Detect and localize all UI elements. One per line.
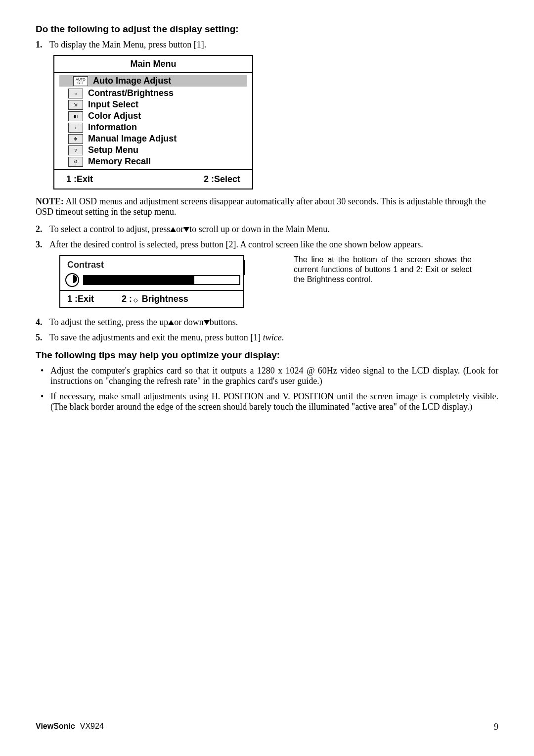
step-number: 1. bbox=[36, 40, 49, 50]
brightness-sun-icon: ☼ bbox=[132, 295, 139, 304]
step-text-part: To select a control to adjust, press bbox=[49, 224, 170, 234]
tip-text-underline: completely visible bbox=[430, 391, 496, 401]
main-menu-body: AUTO SET Auto Image Adjust ☼ Contrast/Br… bbox=[54, 73, 252, 170]
menu-item-manual-image-adjust[interactable]: ✥ Manual Image Adjust bbox=[54, 133, 252, 144]
step-1: 1. To display the Main Menu, press butto… bbox=[36, 40, 498, 50]
down-arrow-icon bbox=[204, 320, 210, 325]
note-body: All OSD menus and adjustment screens dis… bbox=[36, 196, 486, 217]
footer-model: VX924 bbox=[80, 722, 104, 732]
main-menu-footer: 1 :Exit 2 :Select bbox=[54, 170, 252, 189]
tip-text: If necessary, make small adjustments usi… bbox=[50, 391, 498, 412]
menu-item-memory-recall[interactable]: ↺ Memory Recall bbox=[54, 156, 252, 167]
callout-leader-line bbox=[244, 260, 289, 260]
contrast-callout-wrap: Contrast 1 :Exit 2 :☼ Brightness The lin… bbox=[36, 255, 498, 308]
footer-select-label: 2 :Select bbox=[204, 174, 240, 185]
step-text: To adjust the setting, press the upor do… bbox=[49, 317, 498, 328]
tip-2: • If necessary, make small adjustments u… bbox=[41, 391, 498, 412]
up-arrow-icon bbox=[168, 320, 174, 325]
section-heading: Do the following to adjust the display s… bbox=[36, 24, 498, 35]
step-text-part: buttons. bbox=[210, 317, 238, 327]
recall-icon: ↺ bbox=[68, 157, 83, 167]
menu-item-label: Memory Recall bbox=[88, 156, 151, 167]
step-number: 2. bbox=[36, 224, 49, 235]
menu-item-label: Input Select bbox=[88, 99, 138, 110]
step-text-part: or bbox=[176, 224, 183, 234]
menu-item-label: Setup Menu bbox=[88, 145, 138, 155]
tip-text-part: If necessary, make small adjustments usi… bbox=[50, 391, 430, 401]
step-4: 4. To adjust the setting, press the upor… bbox=[36, 317, 498, 328]
footer-exit-label: 1 :Exit bbox=[66, 174, 204, 185]
step-5: 5. To save the adjustments and exit the … bbox=[36, 332, 498, 343]
menu-item-label: Auto Image Adjust bbox=[93, 76, 171, 86]
step-text: After the desired control is selected, p… bbox=[49, 239, 498, 250]
main-menu-title: Main Menu bbox=[54, 56, 252, 73]
input-icon: ⇲ bbox=[68, 100, 83, 110]
footer-page-number: 9 bbox=[494, 722, 498, 732]
step-text-part: or down bbox=[174, 317, 204, 327]
main-menu-osd: Main Menu AUTO SET Auto Image Adjust ☼ C… bbox=[53, 55, 253, 189]
menu-item-setup-menu[interactable]: ? Setup Menu bbox=[54, 144, 252, 156]
contrast-title: Contrast bbox=[60, 256, 243, 272]
step-3: 3. After the desired control is selected… bbox=[36, 239, 498, 250]
footer-brand: ViewSonic bbox=[36, 722, 75, 732]
label-part: 2 : bbox=[122, 294, 132, 304]
tip-text: Adjust the computer's graphics card so t… bbox=[50, 366, 498, 386]
step-text: To select a control to adjust, pressorto… bbox=[49, 224, 498, 235]
auto-set-icon: AUTO SET bbox=[73, 76, 88, 86]
info-icon: i bbox=[68, 123, 83, 133]
step-number: 4. bbox=[36, 317, 49, 328]
step-text-italic: twice bbox=[263, 332, 282, 342]
footer-brightness-label: 2 :☼ Brightness bbox=[122, 294, 188, 304]
contrast-slider[interactable] bbox=[83, 275, 240, 285]
step-2: 2. To select a control to adjust, presso… bbox=[36, 224, 498, 235]
note-label: NOTE: bbox=[36, 196, 64, 206]
setup-icon: ? bbox=[68, 145, 83, 155]
menu-item-auto-image-adjust[interactable]: AUTO SET Auto Image Adjust bbox=[59, 75, 247, 87]
slider-fill bbox=[83, 275, 193, 285]
tips-heading: The following tips may help you optimize… bbox=[36, 350, 498, 361]
contrast-footer: 1 :Exit 2 :☼ Brightness bbox=[60, 290, 243, 307]
page-footer: ViewSonic VX924 9 bbox=[36, 722, 498, 732]
contrast-slider-row bbox=[60, 272, 243, 290]
menu-item-information[interactable]: i Information bbox=[54, 122, 252, 133]
menu-item-label: Color Adjust bbox=[88, 111, 141, 121]
contrast-osd: Contrast 1 :Exit 2 :☼ Brightness bbox=[59, 255, 244, 308]
step-number: 5. bbox=[36, 332, 49, 343]
brightness-icon: ☼ bbox=[68, 89, 83, 98]
bullet-icon: • bbox=[41, 391, 50, 412]
step-text-part: To adjust the setting, press the up bbox=[49, 317, 168, 327]
down-arrow-icon bbox=[183, 227, 189, 232]
step-text: To save the adjustments and exit the men… bbox=[49, 332, 498, 343]
menu-item-label: Contrast/Brightness bbox=[88, 88, 174, 98]
menu-item-contrast-brightness[interactable]: ☼ Contrast/Brightness bbox=[54, 88, 252, 99]
bullet-icon: • bbox=[41, 366, 50, 386]
step-text-part: to scroll up or down in the Main Menu. bbox=[189, 224, 329, 234]
menu-item-label: Information bbox=[88, 122, 137, 133]
menu-item-color-adjust[interactable]: ◧ Color Adjust bbox=[54, 110, 252, 122]
contrast-knob-icon bbox=[65, 273, 79, 287]
note-text: NOTE: All OSD menus and adjustment scree… bbox=[36, 196, 498, 217]
step-number: 3. bbox=[36, 239, 49, 250]
manual-icon: ✥ bbox=[68, 134, 83, 144]
label-part: Brightness bbox=[139, 294, 188, 304]
step-text-part: . bbox=[282, 332, 284, 342]
callout-text: The line at the bottom of the screen sho… bbox=[294, 255, 472, 284]
step-text: To display the Main Menu, press button [… bbox=[49, 40, 498, 50]
tip-1: • Adjust the computer's graphics card so… bbox=[41, 366, 498, 386]
up-arrow-icon bbox=[170, 227, 176, 232]
slider-empty bbox=[194, 276, 239, 284]
step-text-part: To save the adjustments and exit the men… bbox=[49, 332, 263, 342]
color-icon: ◧ bbox=[68, 111, 83, 121]
menu-item-label: Manual Image Adjust bbox=[88, 134, 177, 144]
footer-exit-label: 1 :Exit bbox=[67, 294, 122, 304]
menu-item-input-select[interactable]: ⇲ Input Select bbox=[54, 99, 252, 110]
